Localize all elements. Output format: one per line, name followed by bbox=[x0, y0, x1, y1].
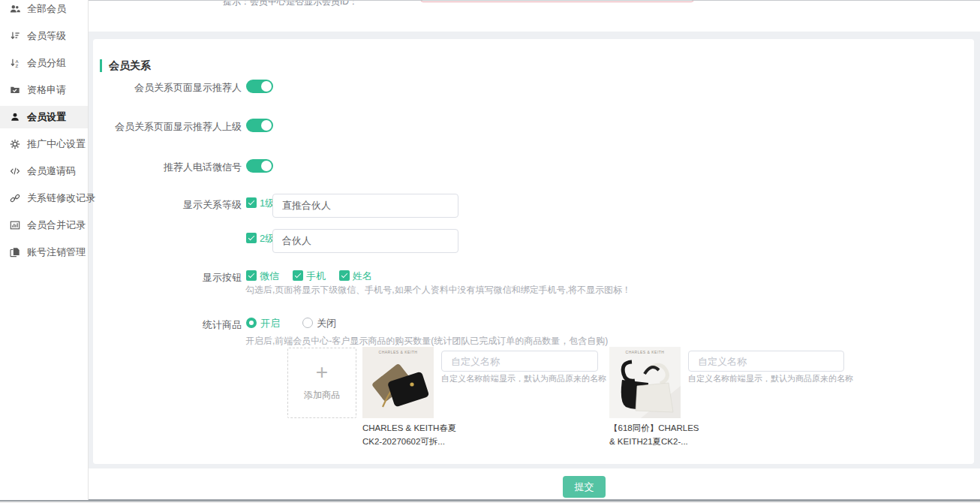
folder-check-icon bbox=[10, 85, 20, 95]
checkbox-label: 姓名 bbox=[353, 270, 372, 282]
toggle-referrer-phone-wechat[interactable] bbox=[246, 159, 273, 173]
radio-label: 关闭 bbox=[317, 318, 336, 329]
checkbox-checked-icon[interactable] bbox=[246, 233, 257, 243]
sidebar-item-member-levels[interactable]: 会员等级 bbox=[0, 25, 88, 47]
custom-name-input-1[interactable] bbox=[441, 351, 598, 372]
member-relation-card bbox=[93, 39, 974, 464]
checkbox-checked-icon[interactable] bbox=[246, 270, 257, 281]
sort-alpha-icon: AZ bbox=[10, 58, 20, 68]
checkbox-checked-icon[interactable] bbox=[339, 270, 350, 281]
stat-goods-hint: 开启后,前端会员中心-客户显示商品的购买数量(统计团队已完成订单的商品数量，包含… bbox=[245, 335, 608, 348]
checkbox-checked-icon[interactable] bbox=[246, 197, 257, 208]
sidebar-item-member-groups[interactable]: AZ 会员分组 bbox=[0, 52, 88, 74]
sidebar-item-relation-log[interactable]: 关系链修改记录 bbox=[0, 187, 88, 209]
radio-unselected-icon[interactable] bbox=[302, 318, 313, 328]
top-partial-card: 提示：会员中心是否显示会员ID： bbox=[89, 0, 980, 32]
sidebar-item-label: 会员分组 bbox=[27, 56, 66, 70]
sidebar-item-member-settings[interactable]: 会员设置 bbox=[0, 106, 88, 128]
product-image-1: CHARLES & KEITH bbox=[362, 347, 434, 418]
checkbox-label: 手机 bbox=[306, 270, 326, 282]
show-buttons-hint: 勾选后,页面将显示下级微信、手机号,如果个人资料中没有填写微信和绑定手机号,将不… bbox=[245, 284, 631, 297]
sidebar-item-invite-code[interactable]: 会员邀请码 bbox=[0, 160, 88, 182]
gear-icon bbox=[10, 139, 20, 149]
level-2-name-input[interactable] bbox=[272, 229, 458, 253]
sidebar-item-label: 资格申请 bbox=[27, 83, 66, 97]
checkbox-level-2[interactable]: 2级 bbox=[246, 232, 275, 245]
product-name-line1: CHARLES & KEITH春夏 bbox=[362, 421, 445, 435]
sidebar-item-label: 推广中心设置 bbox=[27, 137, 86, 151]
add-product-button[interactable]: + 添加商品 bbox=[287, 348, 356, 418]
sidebar-item-account-cancel[interactable]: 账号注销管理 bbox=[0, 241, 88, 264]
checkbox-name[interactable]: 姓名 bbox=[339, 270, 372, 283]
checkbox-label: 微信 bbox=[260, 270, 279, 282]
product-name-line2: CK2-20270602可拆... bbox=[362, 435, 445, 448]
handbag-illustration bbox=[362, 347, 434, 418]
user-icon bbox=[10, 112, 20, 122]
custom-name-hint-2: 自定义名称前端显示，默认为商品原来的名称 bbox=[688, 373, 853, 384]
radio-stat-on[interactable]: 开启 bbox=[246, 316, 280, 330]
member-settings-page: 提示：会员中心是否显示会员ID： 全部会员 会员等级 AZ 会员分组 bbox=[0, 0, 980, 503]
sort-amount-icon bbox=[10, 31, 20, 41]
product-image-2: CHARLES & KEITH bbox=[609, 347, 681, 418]
level-1-name-input[interactable] bbox=[272, 194, 458, 218]
sidebar-item-label: 全部会员 bbox=[27, 2, 66, 16]
code-icon bbox=[10, 166, 20, 176]
handbag-illustration bbox=[609, 347, 681, 418]
custom-name-hint-1: 自定义名称前端显示，默认为商品原来的名称 bbox=[441, 373, 606, 384]
svg-text:Z: Z bbox=[15, 63, 18, 68]
section-title-member-relation: 会员关系 bbox=[100, 59, 151, 72]
checkbox-checked-icon[interactable] bbox=[293, 270, 303, 281]
highlighted-input-cutoff[interactable] bbox=[420, 0, 694, 2]
product-brand-text: CHARLES & KEITH bbox=[609, 350, 681, 354]
radio-selected-icon[interactable] bbox=[246, 318, 257, 328]
member-id-hint: 提示：会员中心是否显示会员ID： bbox=[223, 0, 358, 8]
checkbox-phone[interactable]: 手机 bbox=[293, 270, 326, 283]
radio-label: 开启 bbox=[260, 318, 280, 329]
sidebar-item-label: 会员设置 bbox=[27, 110, 66, 124]
copy-icon bbox=[10, 247, 20, 258]
sidebar-item-label: 会员邀请码 bbox=[27, 164, 76, 178]
sidebar-item-label: 会员等级 bbox=[27, 29, 66, 43]
radio-stat-off[interactable]: 关闭 bbox=[302, 316, 336, 330]
sidebar-item-all-members[interactable]: 全部会员 bbox=[0, 0, 88, 20]
toggle-show-referrer[interactable] bbox=[246, 80, 273, 93]
footer-bar bbox=[89, 468, 980, 500]
link-icon bbox=[10, 193, 20, 203]
product-name-line1: 【618同价】CHARLES bbox=[609, 421, 692, 435]
submit-button[interactable]: 提交 bbox=[563, 476, 606, 498]
sidebar-item-label: 关系链修改记录 bbox=[27, 191, 95, 205]
sidebar-item-label: 会员合并记录 bbox=[27, 218, 86, 232]
add-product-label: 添加商品 bbox=[288, 389, 356, 402]
custom-name-input-2[interactable] bbox=[688, 351, 844, 372]
sidebar-item-qualification[interactable]: 资格申请 bbox=[0, 79, 88, 101]
sidebar-item-merge-log[interactable]: 会员合并记录 bbox=[0, 214, 88, 236]
product-name-line2: & KEITH21夏CK2-... bbox=[609, 435, 692, 448]
bar-chart-icon bbox=[10, 220, 20, 230]
toggle-show-referrer-upline[interactable] bbox=[246, 119, 273, 132]
sidebar-item-label: 账号注销管理 bbox=[27, 245, 86, 259]
checkbox-level-1[interactable]: 1级 bbox=[246, 197, 275, 210]
users-icon bbox=[10, 4, 20, 14]
checkbox-wechat[interactable]: 微信 bbox=[246, 270, 279, 283]
sidebar-item-promotion-center[interactable]: 推广中心设置 bbox=[0, 133, 88, 155]
sidebar: 全部会员 会员等级 AZ 会员分组 资格申请 会员设置 bbox=[0, 0, 89, 500]
product-brand-text: CHARLES & KEITH bbox=[362, 350, 434, 354]
plus-icon: + bbox=[288, 362, 356, 383]
